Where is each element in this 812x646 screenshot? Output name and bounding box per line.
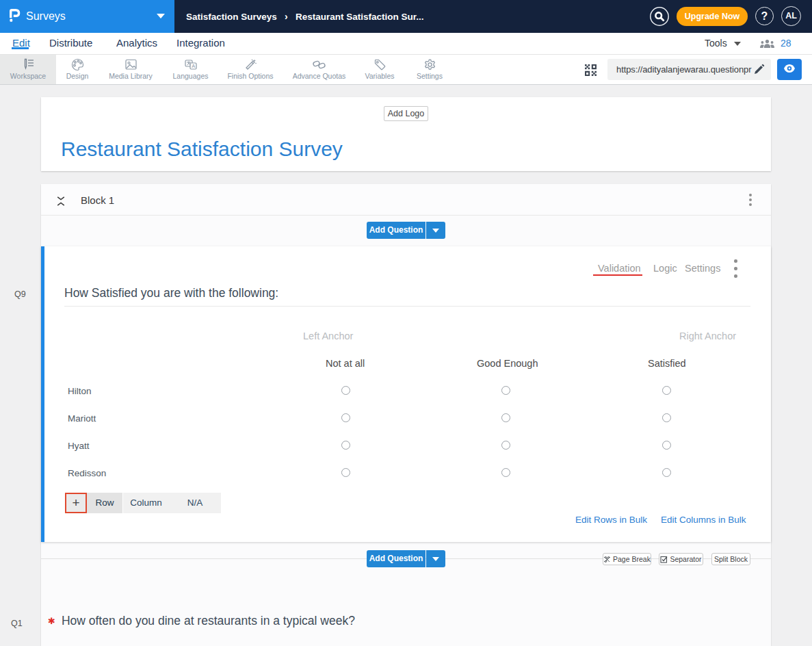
svg-text:A: A: [192, 63, 195, 69]
